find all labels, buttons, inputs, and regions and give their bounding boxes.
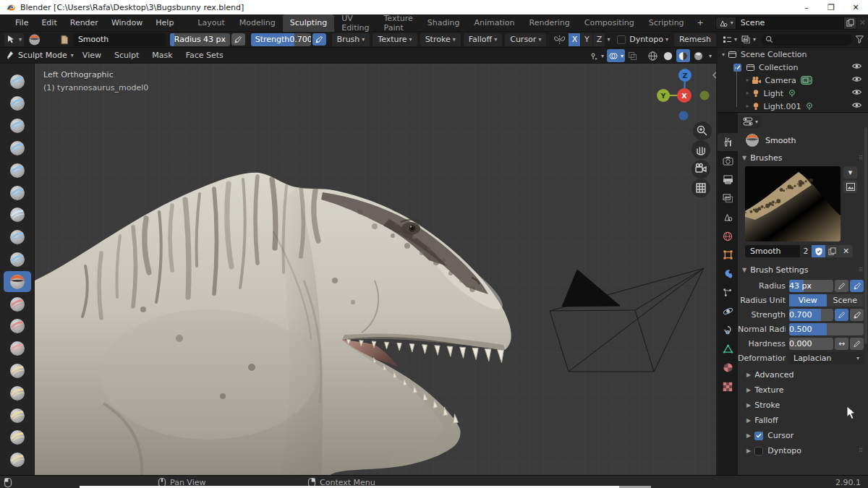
- tab-texture-paint[interactable]: Texture Paint: [377, 14, 420, 32]
- tab-uv-editing[interactable]: UV Editing: [334, 14, 376, 32]
- expander-icon[interactable]: ▾: [722, 51, 725, 58]
- properties-tab-world[interactable]: [718, 227, 738, 245]
- add-workspace-button[interactable]: +: [692, 18, 710, 27]
- dropdown-texture[interactable]: Texture ▾: [373, 33, 417, 46]
- camera-data-icon[interactable]: o: [801, 76, 812, 85]
- outliner-display-mode-icon[interactable]: ▾: [720, 33, 739, 46]
- brushes-panel-header[interactable]: ▼Brushes ⠿: [738, 150, 868, 165]
- tab-layout[interactable]: Layout: [190, 14, 231, 32]
- axis-z-button[interactable]: Z: [593, 33, 605, 46]
- close-button[interactable]: ✕: [843, 0, 868, 14]
- properties-tab-view-layer[interactable]: [718, 189, 738, 207]
- slider-strength[interactable]: 0.700: [789, 309, 833, 321]
- properties-tab-material[interactable]: [718, 359, 738, 377]
- overlays-dropdown-icon[interactable]: ▾: [607, 49, 625, 62]
- brush-image-button[interactable]: [843, 181, 857, 193]
- outliner-filter-id-icon[interactable]: ▾: [739, 33, 758, 46]
- slider-normal-radi-[interactable]: 0.500: [789, 323, 864, 335]
- tab-rendering[interactable]: Rendering: [522, 14, 577, 32]
- viewport-3d[interactable]: Z Y X Left Ortho: [0, 64, 716, 475]
- dropdown-deformation[interactable]: Laplacian▾: [789, 352, 864, 364]
- strength-pressure-icon[interactable]: [312, 33, 326, 46]
- properties-tab-render[interactable]: [718, 152, 738, 170]
- option-view[interactable]: View: [789, 294, 827, 307]
- properties-scrollbar[interactable]: [864, 127, 867, 344]
- eye-icon[interactable]: [851, 62, 862, 70]
- slider-radius[interactable]: 43 px: [789, 280, 833, 292]
- outliner-item-label[interactable]: Collection: [759, 63, 798, 72]
- active-tool-button[interactable]: ▾: [4, 33, 24, 46]
- tool-grab[interactable]: [4, 382, 31, 403]
- shading-rendered-icon[interactable]: [692, 49, 705, 62]
- minimize-button[interactable]: –: [794, 0, 819, 14]
- tool-clay-strips[interactable]: [4, 137, 31, 158]
- strength-slider[interactable]: Strength0.700: [251, 33, 311, 46]
- tool-draw-sharp[interactable]: [4, 93, 31, 114]
- tool-thumb[interactable]: [4, 450, 31, 471]
- dyntopo-label[interactable]: Dyntopo: [629, 35, 663, 44]
- properties-tab-particles[interactable]: [718, 283, 738, 301]
- eye-icon[interactable]: [851, 88, 862, 96]
- light-data-icon[interactable]: [805, 102, 814, 111]
- panel-dyntopo[interactable]: ▶Dyntopo⠿: [746, 443, 868, 458]
- tool-flatten[interactable]: [4, 294, 31, 314]
- outliner-row-collection[interactable]: Collection: [718, 61, 868, 74]
- light-data-icon[interactable]: [788, 89, 796, 98]
- gizmos-dropdown-icon[interactable]: ▾: [587, 49, 605, 62]
- properties-tab-output[interactable]: [718, 171, 738, 189]
- menu-help[interactable]: Help: [149, 14, 180, 31]
- gizmo-z-neg[interactable]: [679, 111, 689, 121]
- symmetry-chevron-icon[interactable]: ▾: [607, 36, 610, 43]
- brush-name-field[interactable]: Smooth: [73, 33, 166, 46]
- panel-advanced[interactable]: ▶Advanced: [746, 367, 868, 382]
- tool-multiplane-scrape[interactable]: [4, 338, 31, 359]
- pencil-icon[interactable]: [835, 309, 848, 321]
- eye-icon[interactable]: [851, 75, 862, 83]
- collection-checkbox[interactable]: [733, 64, 741, 72]
- dropdown-falloff[interactable]: Falloff ▾: [464, 33, 503, 46]
- tool-inflate[interactable]: [4, 205, 31, 226]
- outliner-search-input[interactable]: [761, 34, 852, 46]
- unlink-brush-icon[interactable]: ✕: [839, 245, 853, 257]
- tab-shading[interactable]: Shading: [420, 14, 467, 32]
- panel-label[interactable]: Texture: [754, 385, 783, 395]
- brush-slot-name-field[interactable]: Smooth: [745, 245, 800, 257]
- properties-tab-data[interactable]: [718, 340, 738, 358]
- outliner-item-label[interactable]: Light: [764, 89, 783, 98]
- slider-hardness[interactable]: 0.000: [789, 338, 833, 350]
- zoom-button[interactable]: [693, 121, 712, 140]
- axis-x-button[interactable]: X: [569, 33, 580, 46]
- properties-tab-tool[interactable]: [718, 133, 738, 151]
- new-scene-button[interactable]: [844, 17, 857, 30]
- gizmo-y-neg[interactable]: [700, 91, 710, 100]
- properties-editor-type-icon[interactable]: ▾: [741, 115, 760, 128]
- tool-elastic-deform[interactable]: [4, 405, 31, 426]
- shading-solid-icon[interactable]: [661, 49, 675, 62]
- properties-tab-modifiers[interactable]: [718, 265, 738, 283]
- dropdown-brush[interactable]: Brush ▾: [332, 33, 370, 46]
- menu-edit[interactable]: Edit: [35, 14, 63, 31]
- panel-label[interactable]: Advanced: [754, 370, 793, 380]
- browse-brush-icon[interactable]: [60, 35, 69, 45]
- dyntopo-checkbox[interactable]: [617, 35, 626, 44]
- tool-draw[interactable]: [4, 71, 31, 92]
- outliner-row-light-001[interactable]: ‣Light.001: [718, 100, 868, 113]
- radius-pressure-icon[interactable]: [231, 33, 245, 46]
- brush-preset-chevron[interactable]: ▾: [843, 166, 857, 179]
- viewport-menu-sculpt[interactable]: Sculpt: [108, 51, 145, 60]
- tool-blob[interactable]: [4, 227, 31, 248]
- xray-toggle-icon[interactable]: [626, 49, 639, 62]
- option-scene[interactable]: Scene: [827, 294, 864, 307]
- properties-tab-physics[interactable]: [718, 302, 738, 320]
- tab-modeling[interactable]: Modeling: [232, 14, 283, 32]
- viewport-canvas[interactable]: Z Y X: [35, 64, 716, 475]
- dropdown-stroke[interactable]: Stroke ▾: [420, 33, 461, 46]
- radius-slider[interactable]: Radius43 px: [170, 33, 230, 46]
- properties-tab-texture[interactable]: [718, 377, 738, 395]
- properties-tab-constraints[interactable]: [718, 321, 738, 339]
- scene-icon[interactable]: ▾: [715, 17, 736, 30]
- panel-label[interactable]: Cursor: [767, 431, 793, 440]
- properties-tab-object[interactable]: [718, 246, 738, 264]
- panel-label[interactable]: Falloff: [754, 416, 778, 425]
- pressure-icon[interactable]: [850, 280, 864, 292]
